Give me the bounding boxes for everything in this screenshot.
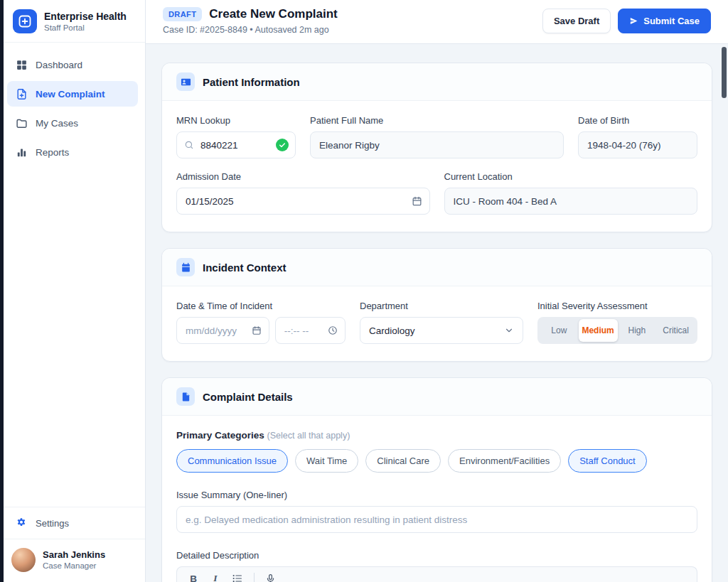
editor-toolbar: B I <box>176 566 697 582</box>
rich-text-editor: B I <box>176 566 697 582</box>
incident-datetime-label: Date & Time of Incident <box>176 301 346 311</box>
sidebar: Enterprise Health Staff Portal Dashboard… <box>0 0 146 582</box>
severity-segmented-control: Low Medium High Critical <box>537 317 697 344</box>
severity-label: Initial Severity Assessment <box>537 301 697 311</box>
section-title: Complaint Details <box>203 391 293 403</box>
detailed-description-label: Detailed Description <box>176 550 697 561</box>
italic-button[interactable]: I <box>210 573 221 582</box>
dob-field <box>578 131 697 158</box>
microphone-button[interactable] <box>265 573 276 582</box>
category-chip-staff-conduct[interactable]: Staff Conduct <box>568 449 647 473</box>
sidebar-item-label: Dashboard <box>36 60 82 70</box>
category-chip-wait-time[interactable]: Wait Time <box>295 449 358 473</box>
sidebar-item-label: Reports <box>36 147 69 158</box>
incident-date-input[interactable] <box>176 317 269 344</box>
issue-summary-label: Issue Summary (One-liner) <box>176 490 697 500</box>
sidebar-item-label: My Cases <box>36 118 78 129</box>
mrn-label: MRN Lookup <box>176 115 296 126</box>
section-title: Incident Context <box>203 262 287 274</box>
sidebar-item-reports[interactable]: Reports <box>7 139 138 165</box>
sidebar-item-label: New Complaint <box>36 89 105 99</box>
main-area: DRAFT Create New Complaint Case ID: #202… <box>146 0 728 582</box>
current-location-field <box>444 188 698 215</box>
send-icon <box>629 16 638 26</box>
form-scroll-area: Patient Information MRN Lookup <box>146 44 728 582</box>
category-chip-clinical-care[interactable]: Clinical Care <box>365 449 441 473</box>
status-badge: DRAFT <box>163 7 202 21</box>
department-select[interactable]: Cardiology <box>360 317 523 344</box>
brand-name: Enterprise Health <box>44 11 127 22</box>
current-location-label: Current Location <box>444 171 698 182</box>
sidebar-item-dashboard[interactable]: Dashboard <box>7 52 138 77</box>
admission-date-input[interactable] <box>176 188 430 215</box>
brand: Enterprise Health Staff Portal <box>0 0 145 43</box>
sidebar-item-my-cases[interactable]: My Cases <box>7 110 138 136</box>
dob-label: Date of Birth <box>578 115 697 126</box>
sidebar-nav: Dashboard New Complaint My Cases Reports <box>0 43 145 174</box>
patient-information-card: Patient Information MRN Lookup <box>161 63 712 232</box>
id-card-icon <box>176 72 195 91</box>
sidebar-item-new-complaint[interactable]: New Complaint <box>7 81 138 107</box>
severity-option-high[interactable]: High <box>618 319 657 342</box>
categories-label: Primary Categories <box>176 430 264 441</box>
bar-chart-icon <box>15 146 28 158</box>
category-chip-group: Communication Issue Wait Time Clinical C… <box>176 449 697 473</box>
patient-name-field <box>310 131 564 158</box>
page-header: DRAFT Create New Complaint Case ID: #202… <box>146 0 728 44</box>
window-edge <box>0 0 4 582</box>
user-role: Case Manager <box>43 561 105 570</box>
chevron-down-icon <box>504 325 514 335</box>
case-meta: Case ID: #2025-8849 • Autosaved 2m ago <box>163 25 338 35</box>
patient-name-label: Patient Full Name <box>310 115 564 126</box>
user-profile[interactable]: Sarah Jenkins Case Manager <box>0 539 145 582</box>
brand-subtitle: Staff Portal <box>44 23 127 32</box>
bold-button[interactable]: B <box>188 573 199 582</box>
complaint-details-card: Complaint Details Primary Categories (Se… <box>161 377 712 582</box>
department-label: Department <box>360 301 523 311</box>
severity-option-low[interactable]: Low <box>540 319 579 342</box>
categories-hint: (Select all that apply) <box>267 431 350 441</box>
admission-date-label: Admission Date <box>176 171 430 182</box>
main-scrollbar[interactable] <box>722 47 727 98</box>
save-draft-button[interactable]: Save Draft <box>542 9 611 33</box>
bulleted-list-button[interactable] <box>232 573 243 582</box>
gear-icon <box>15 517 28 529</box>
app-logo-icon <box>13 9 37 33</box>
settings-label: Settings <box>36 518 69 529</box>
severity-option-medium[interactable]: Medium <box>579 319 618 342</box>
issue-summary-input[interactable] <box>176 506 697 533</box>
user-name: Sarah Jenkins <box>43 550 105 561</box>
app-window: Enterprise Health Staff Portal Dashboard… <box>0 0 728 582</box>
avatar <box>11 548 36 572</box>
toolbar-divider <box>254 573 255 582</box>
incident-context-card: Incident Context Date & Time of Incident <box>161 248 712 362</box>
category-chip-environment-facilities[interactable]: Environment/Facilities <box>448 449 561 473</box>
calendar-icon <box>176 258 195 276</box>
submit-case-button[interactable]: Submit Case <box>618 9 711 33</box>
page-title: Create New Complaint <box>209 7 337 21</box>
document-icon <box>176 387 195 406</box>
verified-check-icon <box>276 139 289 151</box>
severity-option-critical[interactable]: Critical <box>656 319 695 342</box>
sidebar-item-settings[interactable]: Settings <box>0 507 145 539</box>
incident-time-input[interactable] <box>275 317 346 344</box>
folder-icon <box>15 117 28 129</box>
new-complaint-icon <box>15 87 28 100</box>
section-title: Patient Information <box>203 76 300 88</box>
category-chip-communication-issue[interactable]: Communication Issue <box>176 449 288 473</box>
dashboard-icon <box>15 58 28 71</box>
